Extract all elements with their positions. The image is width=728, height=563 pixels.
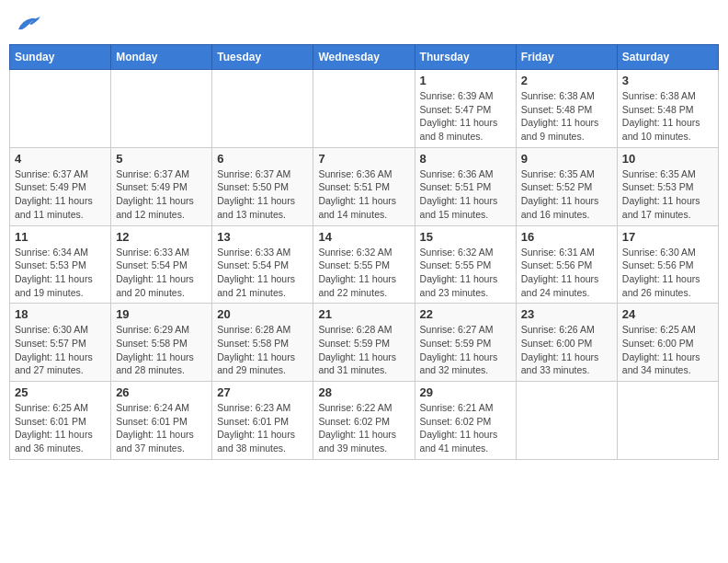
day-info: Sunrise: 6:23 AMSunset: 6:01 PMDaylight:…	[217, 401, 308, 455]
day-number: 8	[420, 152, 511, 166]
calendar-cell: 3Sunrise: 6:38 AMSunset: 5:48 PMDaylight…	[617, 70, 718, 148]
day-info: Sunrise: 6:32 AMSunset: 5:55 PMDaylight:…	[420, 246, 511, 300]
calendar-week-row: 4Sunrise: 6:37 AMSunset: 5:49 PMDaylight…	[10, 147, 719, 225]
logo	[15, 13, 44, 33]
day-header-friday: Friday	[516, 45, 617, 70]
calendar-cell	[10, 70, 111, 148]
calendar-cell: 10Sunrise: 6:35 AMSunset: 5:53 PMDayligh…	[617, 147, 718, 225]
calendar-cell: 28Sunrise: 6:22 AMSunset: 6:02 PMDayligh…	[313, 382, 415, 460]
calendar-cell: 9Sunrise: 6:35 AMSunset: 5:52 PMDaylight…	[516, 147, 617, 225]
calendar-cell: 15Sunrise: 6:32 AMSunset: 5:55 PMDayligh…	[415, 225, 516, 304]
day-number: 24	[622, 307, 713, 321]
day-number: 12	[116, 230, 207, 244]
day-info: Sunrise: 6:37 AMSunset: 5:50 PMDaylight:…	[217, 167, 308, 222]
day-info: Sunrise: 6:27 AMSunset: 5:59 PMDaylight:…	[420, 323, 511, 377]
calendar-cell: 22Sunrise: 6:27 AMSunset: 5:59 PMDayligh…	[415, 304, 516, 382]
day-number: 15	[420, 230, 511, 244]
day-number: 13	[217, 230, 308, 244]
day-header-tuesday: Tuesday	[212, 45, 313, 70]
calendar-cell: 7Sunrise: 6:36 AMSunset: 5:51 PMDaylight…	[313, 147, 415, 225]
day-info: Sunrise: 6:39 AMSunset: 5:47 PMDaylight:…	[420, 89, 511, 144]
calendar-cell: 5Sunrise: 6:37 AMSunset: 5:49 PMDaylight…	[111, 147, 212, 225]
calendar-cell: 1Sunrise: 6:39 AMSunset: 5:47 PMDaylight…	[415, 70, 516, 148]
day-info: Sunrise: 6:22 AMSunset: 6:02 PMDaylight:…	[318, 401, 409, 455]
day-number: 18	[15, 307, 106, 321]
day-number: 22	[420, 307, 511, 321]
calendar-cell: 17Sunrise: 6:30 AMSunset: 5:56 PMDayligh…	[617, 225, 718, 304]
day-header-wednesday: Wednesday	[313, 45, 415, 70]
day-info: Sunrise: 6:37 AMSunset: 5:49 PMDaylight:…	[15, 167, 106, 222]
day-number: 29	[420, 385, 511, 399]
day-number: 20	[217, 307, 308, 321]
calendar-cell: 16Sunrise: 6:31 AMSunset: 5:56 PMDayligh…	[516, 225, 617, 304]
calendar-cell	[313, 70, 415, 148]
calendar-week-row: 1Sunrise: 6:39 AMSunset: 5:47 PMDaylight…	[10, 70, 719, 148]
day-info: Sunrise: 6:36 AMSunset: 5:51 PMDaylight:…	[318, 167, 409, 222]
calendar-cell	[516, 382, 617, 460]
calendar-cell: 20Sunrise: 6:28 AMSunset: 5:58 PMDayligh…	[212, 304, 313, 382]
calendar-cell: 18Sunrise: 6:30 AMSunset: 5:57 PMDayligh…	[10, 304, 111, 382]
day-header-saturday: Saturday	[617, 45, 718, 70]
calendar-cell: 21Sunrise: 6:28 AMSunset: 5:59 PMDayligh…	[313, 304, 415, 382]
day-number: 6	[217, 152, 308, 166]
calendar-cell: 24Sunrise: 6:25 AMSunset: 6:00 PMDayligh…	[617, 304, 718, 382]
day-info: Sunrise: 6:28 AMSunset: 5:59 PMDaylight:…	[318, 323, 409, 377]
day-number: 23	[521, 307, 612, 321]
calendar-cell: 19Sunrise: 6:29 AMSunset: 5:58 PMDayligh…	[111, 304, 212, 382]
calendar-week-row: 25Sunrise: 6:25 AMSunset: 6:01 PMDayligh…	[10, 382, 719, 460]
day-number: 17	[622, 230, 713, 244]
day-number: 14	[318, 230, 409, 244]
day-header-monday: Monday	[111, 45, 212, 70]
day-info: Sunrise: 6:37 AMSunset: 5:49 PMDaylight:…	[116, 167, 207, 222]
day-number: 19	[116, 307, 207, 321]
calendar-cell: 6Sunrise: 6:37 AMSunset: 5:50 PMDaylight…	[212, 147, 313, 225]
day-info: Sunrise: 6:26 AMSunset: 6:00 PMDaylight:…	[521, 323, 612, 377]
day-number: 2	[521, 74, 612, 87]
calendar-cell: 29Sunrise: 6:21 AMSunset: 6:02 PMDayligh…	[415, 382, 516, 460]
day-info: Sunrise: 6:32 AMSunset: 5:55 PMDaylight:…	[318, 246, 409, 300]
day-info: Sunrise: 6:30 AMSunset: 5:57 PMDaylight:…	[15, 323, 106, 377]
day-number: 7	[318, 152, 409, 166]
logo-bird-icon	[15, 13, 40, 33]
calendar-cell: 12Sunrise: 6:33 AMSunset: 5:54 PMDayligh…	[111, 225, 212, 304]
day-number: 9	[521, 152, 612, 166]
calendar-cell: 11Sunrise: 6:34 AMSunset: 5:53 PMDayligh…	[10, 225, 111, 304]
day-info: Sunrise: 6:38 AMSunset: 5:48 PMDaylight:…	[521, 89, 612, 144]
page-header	[9, 9, 719, 37]
day-number: 16	[521, 230, 612, 244]
day-info: Sunrise: 6:21 AMSunset: 6:02 PMDaylight:…	[420, 401, 511, 455]
calendar-week-row: 18Sunrise: 6:30 AMSunset: 5:57 PMDayligh…	[10, 304, 719, 382]
calendar-cell: 27Sunrise: 6:23 AMSunset: 6:01 PMDayligh…	[212, 382, 313, 460]
day-number: 11	[15, 230, 106, 244]
day-number: 25	[15, 385, 106, 399]
day-info: Sunrise: 6:29 AMSunset: 5:58 PMDaylight:…	[116, 323, 207, 377]
day-number: 28	[318, 385, 409, 399]
day-info: Sunrise: 6:33 AMSunset: 5:54 PMDaylight:…	[217, 246, 308, 300]
calendar-cell	[111, 70, 212, 148]
calendar-cell: 26Sunrise: 6:24 AMSunset: 6:01 PMDayligh…	[111, 382, 212, 460]
day-info: Sunrise: 6:25 AMSunset: 6:00 PMDaylight:…	[622, 323, 713, 377]
day-info: Sunrise: 6:36 AMSunset: 5:51 PMDaylight:…	[420, 167, 511, 222]
day-header-sunday: Sunday	[10, 45, 111, 70]
day-header-thursday: Thursday	[415, 45, 516, 70]
day-info: Sunrise: 6:28 AMSunset: 5:58 PMDaylight:…	[217, 323, 308, 377]
calendar-header-row: SundayMondayTuesdayWednesdayThursdayFrid…	[10, 45, 719, 70]
day-info: Sunrise: 6:35 AMSunset: 5:53 PMDaylight:…	[622, 167, 713, 222]
calendar-cell: 8Sunrise: 6:36 AMSunset: 5:51 PMDaylight…	[415, 147, 516, 225]
day-info: Sunrise: 6:24 AMSunset: 6:01 PMDaylight:…	[116, 401, 207, 455]
calendar-cell: 4Sunrise: 6:37 AMSunset: 5:49 PMDaylight…	[10, 147, 111, 225]
day-number: 21	[318, 307, 409, 321]
day-info: Sunrise: 6:35 AMSunset: 5:52 PMDaylight:…	[521, 167, 612, 222]
calendar-cell: 2Sunrise: 6:38 AMSunset: 5:48 PMDaylight…	[516, 70, 617, 148]
day-number: 5	[116, 152, 207, 166]
day-info: Sunrise: 6:31 AMSunset: 5:56 PMDaylight:…	[521, 246, 612, 300]
day-info: Sunrise: 6:25 AMSunset: 6:01 PMDaylight:…	[15, 401, 106, 455]
day-number: 1	[420, 74, 511, 87]
calendar-cell: 25Sunrise: 6:25 AMSunset: 6:01 PMDayligh…	[10, 382, 111, 460]
day-info: Sunrise: 6:30 AMSunset: 5:56 PMDaylight:…	[622, 246, 713, 300]
calendar-cell: 23Sunrise: 6:26 AMSunset: 6:00 PMDayligh…	[516, 304, 617, 382]
calendar-cell: 13Sunrise: 6:33 AMSunset: 5:54 PMDayligh…	[212, 225, 313, 304]
calendar-table: SundayMondayTuesdayWednesdayThursdayFrid…	[9, 44, 719, 460]
day-number: 27	[217, 385, 308, 399]
calendar-week-row: 11Sunrise: 6:34 AMSunset: 5:53 PMDayligh…	[10, 225, 719, 304]
